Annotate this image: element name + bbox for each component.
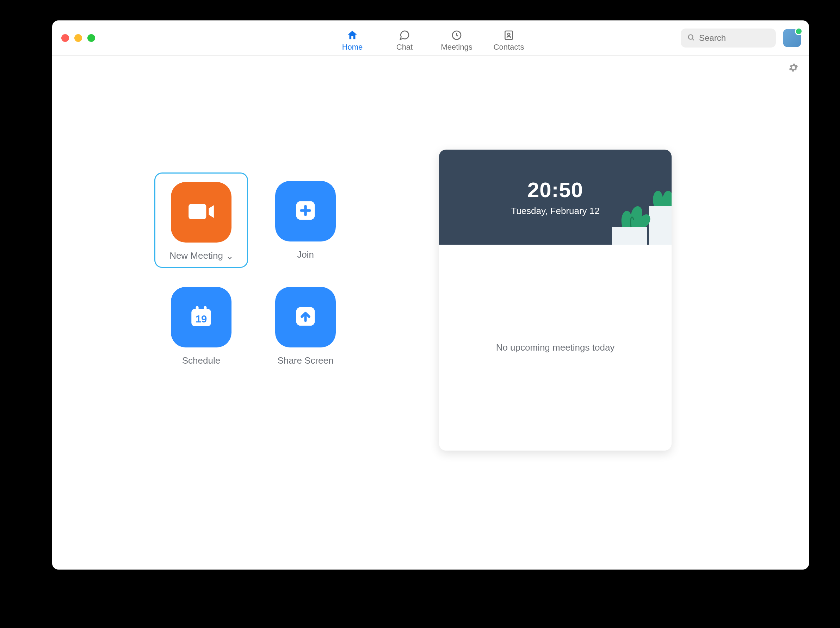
join-label-row: Join — [297, 249, 314, 260]
main-tabs: Home Chat Meetings Contacts — [336, 20, 525, 55]
close-window-button[interactable] — [61, 34, 69, 42]
plant-illustration — [612, 181, 671, 245]
profile-avatar[interactable] — [783, 29, 801, 47]
share-screen-label-row: Share Screen — [278, 355, 334, 366]
tab-label: Home — [342, 42, 363, 52]
chevron-down-icon — [227, 253, 233, 259]
empty-schedule-message: No upcoming meetings today — [496, 342, 615, 353]
titlebar-right — [681, 20, 801, 55]
new-meeting-action: New Meeting — [154, 173, 248, 268]
tab-home[interactable]: Home — [336, 29, 368, 52]
tab-chat[interactable]: Chat — [388, 29, 420, 52]
home-icon — [346, 29, 358, 41]
clock-icon — [451, 29, 463, 41]
schedule-label-row: Schedule — [182, 355, 220, 366]
svg-rect-11 — [612, 227, 647, 245]
window-controls — [61, 20, 95, 55]
new-meeting-label-row[interactable]: New Meeting — [169, 250, 233, 261]
content-area: New Meeting Join — [52, 56, 809, 570]
tab-label: Meetings — [441, 42, 472, 52]
titlebar: Home Chat Meetings Contacts — [52, 20, 809, 56]
home-actions: New Meeting Join — [158, 181, 349, 366]
join-button[interactable] — [275, 181, 336, 241]
action-label: Schedule — [182, 355, 220, 366]
app-window: Home Chat Meetings Contacts — [52, 20, 809, 570]
schedule-body: No upcoming meetings today — [439, 245, 671, 450]
join-action: Join — [262, 181, 349, 262]
schedule-action: 19 Schedule — [158, 287, 245, 366]
svg-rect-6 — [196, 306, 199, 312]
minimize-window-button[interactable] — [74, 34, 82, 42]
video-icon — [186, 197, 216, 228]
fullscreen-window-button[interactable] — [87, 34, 95, 42]
tab-label: Contacts — [494, 42, 524, 52]
schedule-button[interactable]: 19 — [171, 287, 232, 348]
clock-date: Tuesday, February 12 — [511, 206, 599, 217]
search-icon — [687, 33, 695, 42]
action-label: Share Screen — [278, 355, 334, 366]
share-screen-button[interactable] — [275, 287, 336, 348]
clock-banner: 20:50 Tuesday, February 12 — [439, 150, 671, 245]
share-icon — [293, 304, 318, 330]
calendar-icon: 19 — [188, 304, 214, 331]
plus-icon — [293, 198, 318, 224]
tab-contacts[interactable]: Contacts — [493, 29, 525, 52]
settings-button[interactable] — [788, 62, 799, 73]
svg-point-2 — [508, 33, 510, 36]
schedule-panel: 20:50 Tuesday, February 12 No upcoming m… — [439, 150, 671, 450]
clock-time: 20:50 — [527, 178, 583, 202]
tab-meetings[interactable]: Meetings — [441, 29, 472, 52]
svg-rect-7 — [204, 306, 207, 312]
new-meeting-button[interactable] — [171, 182, 232, 242]
action-label: New Meeting — [169, 250, 223, 261]
svg-point-3 — [688, 35, 693, 39]
search-input[interactable] — [699, 33, 769, 43]
contacts-icon — [503, 29, 515, 41]
svg-text:19: 19 — [196, 313, 207, 324]
tab-label: Chat — [396, 42, 413, 52]
search-box[interactable] — [681, 28, 776, 47]
action-label: Join — [297, 249, 314, 260]
chat-icon — [398, 29, 411, 41]
svg-rect-10 — [649, 206, 671, 245]
share-screen-action: Share Screen — [262, 287, 349, 366]
